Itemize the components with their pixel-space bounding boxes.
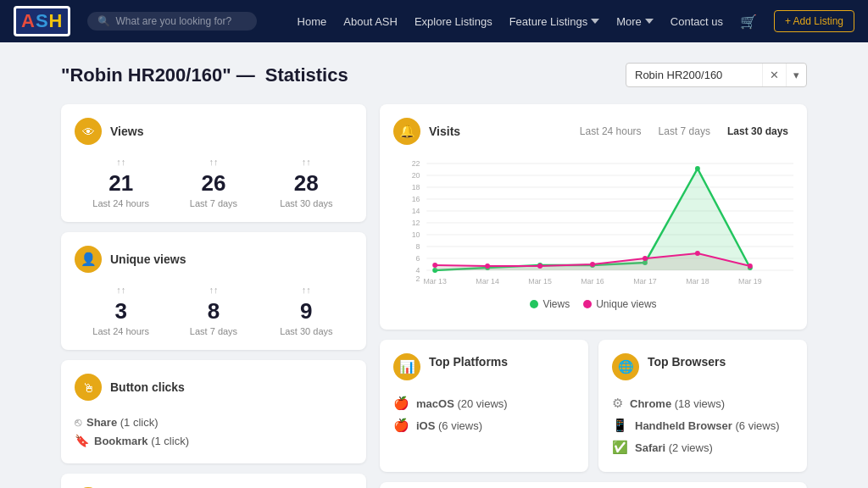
svg-text:2: 2: [416, 274, 420, 283]
list-item: ✅ Safari (2 views): [612, 436, 793, 458]
button-clicks-card: 🖱 Button clicks ⎋ Share (1 click) 🔖 Book…: [61, 360, 366, 463]
platforms-icon: 📊: [393, 353, 420, 380]
add-listing-button[interactable]: + Add Listing: [774, 10, 854, 32]
visits-chart-svg: 22 20 18 16 14 12 10 8 6 4 2: [393, 155, 793, 291]
button-clicks-list: ⎋ Share (1 click) 🔖 Bookmark (1 click): [75, 413, 353, 450]
top-platforms-title: Top Platforms: [429, 355, 508, 369]
filter-7d-button[interactable]: Last 7 days: [654, 124, 715, 139]
top-browsers-title: Top Browsers: [648, 355, 726, 369]
unique-views-card-header: 👤 Unique views: [75, 246, 353, 273]
nav-feature-listings[interactable]: Feature Listings: [509, 15, 600, 28]
list-item: 🍎 iOS (6 views): [393, 414, 575, 436]
list-item: 🍎 macOS (20 views): [393, 392, 575, 414]
list-item: 🔖 Bookmark (1 click): [75, 431, 353, 450]
svg-text:Mar 18: Mar 18: [686, 277, 709, 286]
top-browsers-header: 🌐 Top Browsers: [612, 353, 793, 380]
page-header: "Robin HR200/160" — Statistics Robin HR2…: [61, 63, 807, 87]
views-card: 👁 Views ↑↑ 21 Last 24 hours ↑↑ 26 Last 7…: [61, 104, 366, 222]
svg-point-33: [590, 262, 595, 267]
page-content: "Robin HR200/160" — Statistics Robin HR2…: [44, 42, 824, 488]
macos-icon: 🍎: [393, 396, 409, 411]
svg-text:4: 4: [416, 266, 420, 274]
nav-contact[interactable]: Contact us: [670, 15, 723, 28]
svg-point-34: [643, 256, 648, 261]
svg-text:Mar 19: Mar 19: [738, 277, 762, 286]
cart-icon[interactable]: 🛒: [740, 14, 757, 30]
platforms-list: 🍎 macOS (20 views) 🍎 iOS (6 views): [393, 392, 575, 436]
visits-header: 🔔 Visits Last 24 hours Last 7 days Last …: [393, 118, 793, 145]
unique-30d: ↑↑ 9 Last 30 days: [260, 285, 353, 336]
svg-text:16: 16: [412, 195, 420, 203]
nav-explore[interactable]: Explore Listings: [415, 15, 492, 28]
bottom-cards: 📊 Top Platforms 🍎 macOS (20 views) 🍎 iOS…: [380, 340, 807, 472]
unique-24h: ↑↑ 3 Last 24 hours: [75, 285, 167, 336]
svg-text:Mar 15: Mar 15: [528, 277, 552, 286]
button-clicks-header: 🖱 Button clicks: [75, 374, 353, 401]
search-icon: 🔍: [97, 15, 110, 27]
filter-30d-button[interactable]: Last 30 days: [722, 124, 793, 139]
bookmark-icon: 🔖: [75, 434, 89, 447]
top-platforms-card: 📊 Top Platforms 🍎 macOS (20 views) 🍎 iOS…: [380, 340, 588, 472]
svg-text:6: 6: [416, 254, 420, 263]
svg-text:Mar 14: Mar 14: [476, 277, 499, 286]
visits-header-left: 🔔 Visits: [393, 118, 460, 145]
listing-selector[interactable]: Robin HR200/160 ✕ ▾: [626, 63, 807, 87]
svg-text:Mar 13: Mar 13: [423, 277, 447, 286]
views-7d: ↑↑ 26 Last 7 days: [167, 157, 259, 208]
search-box[interactable]: 🔍: [87, 12, 257, 30]
legend-unique-views: Unique views: [583, 298, 656, 310]
nav-links: Home About ASH Explore Listings Feature …: [298, 10, 854, 32]
search-input[interactable]: [115, 15, 242, 27]
svg-point-27: [695, 166, 700, 171]
svg-text:10: 10: [412, 230, 420, 239]
views-card-header: 👁 Views: [75, 118, 353, 145]
time-filters: Last 24 hours Last 7 days Last 30 days: [575, 124, 793, 139]
list-item: ⎋ Share (1 click): [75, 413, 353, 431]
views-30d: ↑↑ 28 Last 30 days: [260, 157, 353, 208]
unique-7d: ↑↑ 8 Last 7 days: [167, 285, 259, 336]
main-layout: 👁 Views ↑↑ 21 Last 24 hours ↑↑ 26 Last 7…: [61, 104, 807, 488]
nav-home[interactable]: Home: [298, 15, 327, 28]
views-legend-dot: [530, 300, 538, 308]
svg-text:14: 14: [412, 207, 420, 215]
svg-text:Mar 17: Mar 17: [633, 277, 657, 286]
filter-24h-button[interactable]: Last 24 hours: [575, 124, 647, 139]
list-item: 📱 Handheld Browser (6 views): [612, 414, 793, 436]
nav-more[interactable]: More: [616, 15, 654, 28]
visits-card: 🔔 Visits Last 24 hours Last 7 days Last …: [380, 104, 807, 330]
unique-views-title: Unique views: [110, 252, 186, 266]
navbar: ASH 🔍 Home About ASH Explore Listings Fe…: [0, 0, 868, 42]
unique-views-card: 👤 Unique views ↑↑ 3 Last 24 hours ↑↑ 8 L…: [61, 232, 366, 350]
listing-arrow-button[interactable]: ▾: [786, 64, 806, 86]
listing-selector-value: Robin HR200/160: [626, 64, 762, 86]
button-clicks-title: Button clicks: [110, 380, 185, 394]
ios-icon: 🍎: [393, 418, 409, 433]
views-stats-row: ↑↑ 21 Last 24 hours ↑↑ 26 Last 7 days ↑↑…: [75, 157, 353, 208]
chrome-icon: ⚙: [612, 396, 623, 411]
left-column: 👁 Views ↑↑ 21 Last 24 hours ↑↑ 26 Last 7…: [61, 104, 366, 488]
svg-text:8: 8: [416, 242, 420, 251]
svg-point-30: [432, 263, 437, 268]
handheld-browser-icon: 📱: [612, 418, 628, 433]
top-platforms-header: 📊 Top Platforms: [393, 353, 575, 380]
listing-clear-button[interactable]: ✕: [762, 64, 786, 86]
svg-text:20: 20: [412, 171, 420, 180]
unique-views-stats-row: ↑↑ 3 Last 24 hours ↑↑ 8 Last 7 days ↑↑ 9…: [75, 285, 353, 336]
views-24h: ↑↑ 21 Last 24 hours: [75, 157, 167, 208]
nav-about[interactable]: About ASH: [343, 15, 398, 28]
views-card-title: Views: [110, 125, 143, 138]
legend-views: Views: [530, 298, 570, 310]
logo[interactable]: ASH: [14, 6, 70, 36]
button-clicks-icon: 🖱: [75, 374, 102, 401]
svg-point-32: [537, 263, 542, 269]
browsers-list: ⚙ Chrome (18 views) 📱 Handheld Browser (…: [612, 392, 793, 458]
svg-point-36: [748, 263, 753, 269]
svg-point-35: [695, 251, 700, 256]
right-column: 🔔 Visits Last 24 hours Last 7 days Last …: [380, 104, 807, 488]
views-icon: 👁: [75, 118, 102, 145]
unique-views-legend-dot: [583, 300, 592, 308]
unique-views-icon: 👤: [75, 246, 102, 273]
svg-text:22: 22: [412, 159, 420, 168]
svg-point-31: [485, 263, 490, 269]
top-browsers-card: 🌐 Top Browsers ⚙ Chrome (18 views) 📱 Han…: [598, 340, 807, 472]
